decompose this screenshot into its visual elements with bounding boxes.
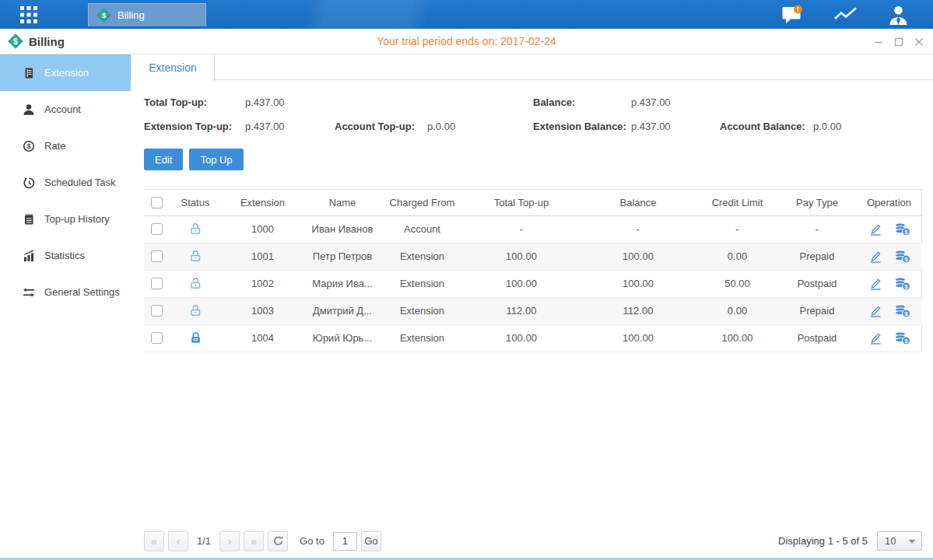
column-header: Operation: [856, 190, 922, 215]
top-up-coins-icon[interactable]: $: [894, 304, 910, 318]
go-button[interactable]: Go: [361, 531, 381, 551]
name-cell: Мария Ива...: [303, 270, 381, 297]
first-page-button[interactable]: «: [144, 531, 164, 551]
statistics-icon: [23, 250, 35, 262]
column-header: Charged From: [381, 190, 463, 215]
sidebar: Extension Account $ Rate: [0, 54, 131, 558]
sidebar-item-statistics[interactable]: Statistics: [0, 237, 131, 274]
balance-cell: 100.00: [580, 324, 696, 352]
column-header: Credit Limit: [696, 190, 778, 215]
pay-type-cell: Postpaid: [778, 270, 856, 297]
page-size-dropdown[interactable]: 10: [877, 531, 922, 551]
credit-limit-cell: 100.00: [696, 324, 778, 352]
balance-cell: 112.00: [580, 297, 696, 324]
table-row: 1004 Юрий Юрь... Extension 100.00 100.00…: [144, 324, 922, 352]
total-topup-value: p.437.00: [245, 96, 335, 108]
select-all-checkbox[interactable]: [151, 197, 163, 208]
column-header: Total Top-up: [463, 190, 580, 215]
charged-from-cell: Account: [381, 215, 463, 243]
charged-from-cell: Extension: [381, 297, 463, 324]
history-clock-icon: [23, 177, 35, 189]
edit-pencil-icon[interactable]: [868, 277, 882, 291]
user-icon: [23, 103, 35, 116]
sidebar-item-label: Account: [44, 103, 81, 115]
sidebar-item-label: Statistics: [44, 250, 85, 261]
prev-page-button[interactable]: ‹: [168, 531, 188, 551]
extension-topup-value: p.437.00: [245, 121, 335, 132]
total-topup-cell: 100.00: [463, 324, 580, 352]
maximize-icon[interactable]: [892, 35, 905, 48]
notification-badge: !: [797, 5, 799, 13]
apps-grid-icon[interactable]: [11, 0, 47, 29]
next-page-button[interactable]: ›: [219, 531, 240, 551]
svg-text:$: $: [102, 11, 107, 19]
row-checkbox[interactable]: [151, 278, 163, 289]
extension-balance-value: p.437.00: [631, 121, 720, 132]
dollar-coin-icon: $: [23, 140, 35, 152]
sidebar-item-rate[interactable]: $ Rate: [0, 128, 131, 164]
last-page-button[interactable]: »: [244, 531, 264, 551]
name-cell: Петр Петров: [303, 243, 381, 270]
column-header: Extension: [222, 190, 303, 215]
pay-type-cell: Prepaid: [778, 243, 856, 270]
statistics-chart-icon[interactable]: [832, 3, 858, 26]
svg-text:$: $: [13, 37, 18, 46]
edit-pencil-icon[interactable]: [868, 222, 882, 236]
extension-cell: 1004: [222, 324, 303, 352]
top-up-coins-icon[interactable]: $: [894, 331, 910, 345]
row-checkbox[interactable]: [151, 250, 163, 262]
sidebar-item-extension[interactable]: Extension: [0, 54, 131, 91]
sidebar-item-general-settings[interactable]: General Settings: [0, 274, 131, 310]
refresh-button[interactable]: [268, 531, 288, 551]
goto-page-input[interactable]: [333, 532, 357, 551]
edit-pencil-icon[interactable]: [868, 250, 882, 264]
top-up-coins-icon[interactable]: $: [894, 250, 910, 264]
taskbar-tab-billing[interactable]: $ Billing: [88, 3, 206, 26]
billing-app-window: $ Billing !: [0, 0, 933, 560]
account-balance-value: p.0.00: [813, 121, 922, 132]
name-cell: Дмитрий Д...: [303, 297, 381, 324]
row-checkbox[interactable]: [151, 305, 163, 317]
sidebar-item-account[interactable]: Account: [0, 91, 131, 128]
credit-limit-cell: 50.00: [696, 270, 778, 297]
edit-pencil-icon[interactable]: [868, 331, 882, 345]
column-header: Pay Type: [778, 190, 856, 215]
pay-type-cell: -: [778, 215, 856, 243]
edit-button[interactable]: Edit: [144, 149, 183, 170]
name-cell: Юрий Юрь...: [303, 324, 381, 352]
credit-limit-cell: 0.00: [696, 297, 778, 324]
minimize-icon[interactable]: [872, 35, 885, 48]
sidebar-item-label: Top-up History: [44, 213, 110, 225]
top-up-button[interactable]: Top Up: [189, 149, 243, 170]
main-content: Extension Total Top-up: p.437.00 Extensi…: [131, 54, 933, 558]
dropdown-caret-icon: [909, 540, 915, 544]
top-up-coins-icon[interactable]: $: [894, 222, 910, 236]
settings-arrows-icon: [23, 286, 35, 299]
desktop-topbar: $ Billing !: [0, 0, 933, 29]
lock-closed-icon: [189, 331, 202, 345]
pay-type-cell: Prepaid: [778, 297, 856, 324]
lock-open-icon: [189, 277, 202, 290]
ledger-icon: [23, 67, 35, 79]
messages-icon[interactable]: !: [779, 3, 805, 26]
extension-cell: 1003: [222, 297, 303, 324]
total-topup-cell: -: [463, 215, 580, 243]
row-checkbox[interactable]: [151, 223, 163, 235]
close-icon[interactable]: [912, 35, 925, 48]
user-account-icon[interactable]: [885, 3, 911, 26]
sidebar-item-scheduled-task[interactable]: Scheduled Task: [0, 164, 131, 201]
account-topup-value: p.0.00: [427, 121, 533, 132]
extension-topup-label: Extension Top-up:: [144, 121, 245, 132]
charged-from-cell: Extension: [381, 270, 463, 297]
notepad-icon: [23, 213, 35, 226]
table-row: 1002 Мария Ива... Extension 100.00 100.0…: [144, 270, 922, 297]
charged-from-cell: Extension: [381, 324, 463, 352]
row-checkbox[interactable]: [151, 332, 163, 344]
table-row: 1003 Дмитрий Д... Extension 112.00 112.0…: [144, 297, 922, 324]
tabstrip: Extension: [131, 54, 933, 80]
top-up-coins-icon[interactable]: $: [894, 277, 910, 291]
edit-pencil-icon[interactable]: [868, 304, 882, 318]
tab-extension[interactable]: Extension: [131, 54, 215, 81]
trial-notice: Your trial period ends on: 2017-02-24: [0, 35, 933, 47]
sidebar-item-topup-history[interactable]: Top-up History: [0, 201, 131, 237]
